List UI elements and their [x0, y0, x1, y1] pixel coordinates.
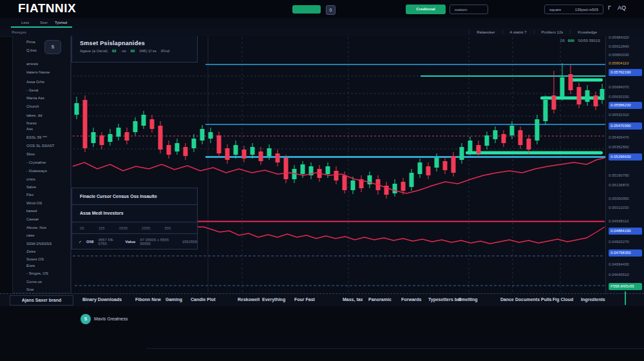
bottombar-item[interactable]: Four Fast	[294, 297, 315, 302]
sidebar-item[interactable]: - IGateways	[26, 169, 47, 173]
legend-token: Agave (a Osnsl)	[80, 49, 108, 53]
sidebar-item[interactable]: Caesar	[26, 217, 39, 221]
indicator-legend-row[interactable]: ✓O584557 FB-5755Value47 05505 x 5555 555…	[71, 234, 198, 249]
sidebar-item[interactable]: SSW-2NSSSS	[26, 242, 52, 246]
legend-token: 045) 1f ss	[139, 49, 156, 53]
topbar-icon-group: Γ AQ	[608, 5, 626, 11]
candle-body	[175, 143, 180, 151]
trading-app: FIATNNIX 0 Crediional custom square 139p…	[0, 0, 644, 361]
bottombar-item[interactable]: Fibonn New	[135, 297, 161, 302]
pair-selector[interactable]: square 139psd.rs505	[544, 5, 603, 14]
candle-body	[142, 115, 146, 126]
credential-button[interactable]: Crediional	[406, 5, 446, 14]
sidebar-item[interactable]: Sxw	[26, 288, 33, 291]
counter-chip[interactable]: 0	[326, 5, 336, 15]
indicator-panel-title-2: Assa Medl Investors	[71, 205, 198, 222]
subheader-item[interactable]: Knowledge	[570, 30, 604, 34]
sidebar-item[interactable]: Zeiss	[26, 249, 35, 253]
candle-body	[334, 171, 339, 180]
price-axis[interactable]: 0.059840200.059128400.058600300.05804110…	[605, 36, 644, 293]
sidebar-item[interactable]: Q.bss	[26, 48, 37, 52]
candle-body	[225, 148, 230, 160]
bottombar-item[interactable]: Forwards	[401, 297, 422, 302]
sidebar-item[interactable]: Skss	[26, 152, 35, 156]
sidebar-item[interactable]: ESSL 59 ***	[26, 135, 47, 139]
candle-body	[125, 132, 129, 141]
sidebar-item[interactable]: OOS SL SSAST	[26, 144, 54, 148]
price-tag: 0.05470390	[609, 122, 642, 130]
sidebar-item[interactable]: Abuse, Nos	[26, 226, 46, 229]
candle-body	[184, 147, 188, 156]
sidebar-item[interactable]: - Crystaline	[26, 161, 46, 164]
candle-body	[117, 128, 121, 137]
bottombar-item[interactable]: Typesetters bar	[428, 297, 462, 302]
price-chart-canvas[interactable]	[71, 36, 606, 293]
subheader-item[interactable]: A statist 7	[502, 30, 534, 34]
candle-body	[75, 103, 79, 115]
bracket-icon[interactable]: Γ	[608, 5, 611, 11]
aq-icon[interactable]: AQ	[618, 5, 626, 11]
primary-action-button[interactable]	[292, 5, 321, 14]
price-tag: 0.05762190	[609, 69, 642, 76]
sidebar-item[interactable]: Exes	[26, 264, 35, 268]
ohlc-readout: 05000'00/55 5501S	[560, 39, 600, 43]
tab-2[interactable]: Sssr	[40, 21, 48, 24]
sidebar-item[interactable]: Mania Ass	[26, 96, 44, 100]
candle-body	[510, 126, 515, 135]
indicator-legend-token: Value	[126, 240, 136, 244]
sidebar-item[interactable]: Ass	[26, 127, 33, 131]
sidebar-item[interactable]: crisis	[26, 177, 35, 181]
bottombar-item[interactable]: Dance Documents Pulls	[500, 297, 552, 302]
sidebar-item[interactable]: Church	[26, 104, 39, 108]
price-tag: 0.04758350	[609, 249, 642, 257]
bottombar-boxed-item[interactable]: Ajans Saxer brand	[10, 295, 73, 306]
candle-body	[435, 158, 439, 168]
bottombar-item[interactable]: Binary Downloads	[82, 297, 122, 302]
dollar-badge-icon[interactable]: $	[80, 314, 91, 324]
sidebar-item[interactable]: Assa Grhs	[26, 80, 44, 84]
bottombar-item[interactable]: Panoramic	[368, 297, 392, 302]
sidebar-item[interactable]: Wind-OS	[26, 201, 42, 205]
tab-3[interactable]: Tytztsd	[55, 21, 67, 24]
candle-body	[401, 182, 406, 191]
tab-1[interactable]: Lsss	[21, 21, 29, 24]
bottombar-item[interactable]: Candle Plot	[191, 297, 216, 302]
bottombar-item[interactable]: Mass, tax	[343, 297, 363, 302]
bottombar-item[interactable]: Gaming	[166, 297, 182, 302]
ohlc-token: 05	[560, 39, 565, 43]
current-price-tag: F558.M95v55	[609, 283, 642, 290]
sidebar-item[interactable]: Pima	[26, 40, 35, 44]
price-tag: 0.05296630	[609, 153, 642, 161]
dollar-icon[interactable]: $	[44, 40, 61, 54]
sidebar-item[interactable]: Suses OS	[26, 257, 44, 261]
chart-title-panel: Smset Psislapnanides Agave (a Osnsl)02-s…	[71, 36, 198, 63]
bottombar-item[interactable]: Smelting	[459, 297, 478, 302]
sidebar-item[interactable]: takes, dd	[26, 113, 42, 117]
subheader-item[interactable]: Ralawoker	[469, 30, 502, 34]
sidebar-item[interactable]: finess	[26, 121, 37, 125]
checkbox-icon[interactable]: ✓	[79, 239, 82, 244]
bottombar-item[interactable]: Fig Cloud	[553, 297, 573, 302]
sidebar-item[interactable]: Haters Navse	[26, 70, 50, 74]
sidebar-item[interactable]: - Geral	[26, 88, 38, 92]
sidebar-item[interactable]: Salve	[26, 185, 36, 189]
sidebar-item[interactable]: based	[26, 209, 37, 213]
bottombar-item[interactable]: Ingredients	[581, 297, 605, 302]
candle-body	[594, 95, 598, 106]
bottombar-item[interactable]: Everything	[262, 297, 285, 302]
price-label: 0.05630150	[609, 93, 642, 101]
bottombar-item[interactable]: Reskowell	[238, 297, 260, 302]
sidebar-item[interactable]: case	[26, 233, 35, 237]
sidebar-item[interactable]: Coms-us	[26, 280, 42, 284]
price-label: 0.05684070	[609, 84, 642, 91]
candle-body	[133, 121, 138, 132]
candle-body	[351, 180, 355, 190]
sidebar-item[interactable]: arrests	[26, 62, 38, 66]
red-indicator-line	[197, 227, 605, 244]
sidebar-item[interactable]: Flex	[26, 193, 33, 197]
candle-body	[158, 126, 163, 150]
custom-input[interactable]: custom	[450, 5, 488, 14]
subheader-item[interactable]: Problem 12s	[534, 30, 571, 34]
sidebar-item[interactable]: - Singes, OS	[26, 271, 48, 275]
candle-body	[91, 132, 96, 143]
